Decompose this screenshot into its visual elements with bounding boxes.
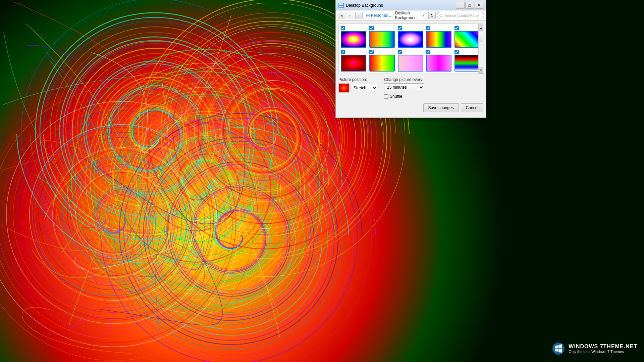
control-panel-icon (366, 13, 370, 18)
scrollbar[interactable]: ▲ ▼ (478, 24, 483, 74)
list-item[interactable] (454, 50, 481, 72)
list-item[interactable] (426, 26, 452, 48)
list-item[interactable] (426, 50, 452, 72)
interval-select[interactable]: 10 seconds 30 seconds 1 minute 2 minutes… (384, 83, 424, 91)
scroll-up-button[interactable]: ▲ (479, 25, 483, 31)
scroll-thumb[interactable] (479, 32, 483, 42)
svg-rect-10 (368, 16, 370, 17)
shuffle-label: Shuffle (390, 94, 402, 99)
position-preview-thumb (338, 83, 349, 93)
search-box[interactable]: Search Control Panel (437, 12, 484, 19)
image-thumb-5[interactable] (454, 31, 480, 48)
image-grid: ▲ ▼ (338, 24, 483, 74)
image-checkbox-10[interactable] (454, 50, 459, 54)
close-button[interactable]: ✕ (475, 2, 483, 9)
desktop: WINDOWS 7THEME.NET Only the best Windows… (0, 0, 644, 362)
minimize-button[interactable]: – (456, 2, 465, 9)
image-checkbox-5[interactable] (454, 26, 459, 30)
image-thumb-7[interactable] (369, 55, 395, 72)
title-bar[interactable]: Desktop Background – □ ✕ (336, 0, 486, 10)
image-thumb-4[interactable] (426, 31, 451, 48)
image-checkbox-9[interactable] (426, 50, 430, 54)
address-bar: ◄ ► ↑ Personali... › Desktop Background … (336, 10, 486, 21)
maximize-button[interactable]: □ (465, 2, 474, 9)
window-title: Desktop Background (346, 3, 456, 8)
image-thumb-10[interactable] (454, 55, 480, 72)
svg-rect-8 (368, 14, 370, 15)
image-thumb-1[interactable] (341, 31, 366, 48)
image-checkbox-7[interactable] (369, 50, 374, 54)
breadcrumb-part1[interactable]: Personali... (371, 13, 391, 18)
title-bar-icon (338, 3, 344, 8)
image-checkbox-1[interactable] (341, 26, 345, 30)
window-controls: – □ ✕ (456, 2, 483, 9)
search-icon (439, 14, 443, 17)
position-selector: Fill Fit Stretch Tile Center (338, 83, 377, 93)
list-item[interactable] (398, 50, 424, 72)
list-item[interactable] (369, 26, 396, 48)
list-item[interactable] (398, 26, 424, 48)
svg-rect-9 (367, 16, 368, 17)
save-changes-button[interactable]: Save changes (423, 103, 459, 112)
back-button[interactable]: ◄ (338, 12, 345, 19)
position-select[interactable]: Fill Fit Stretch Tile Center (351, 84, 377, 92)
shuffle-checkbox[interactable] (384, 94, 388, 99)
watermark-tagline: Only the best Windows 7 Themes (569, 350, 637, 354)
breadcrumb-separator: › (392, 13, 394, 18)
cancel-button[interactable]: Cancel (461, 103, 483, 112)
content-area: ▲ ▼ Picture position: Fill (336, 21, 486, 118)
image-thumb-2[interactable] (369, 31, 395, 48)
breadcrumb-dropdown[interactable]: ▾ (423, 13, 425, 18)
image-thumb-6[interactable] (341, 55, 366, 72)
image-thumb-8[interactable] (398, 55, 423, 72)
breadcrumb-part2: Desktop Background (395, 11, 421, 20)
windows-logo-icon (552, 342, 565, 355)
image-checkbox-4[interactable] (426, 26, 430, 30)
scroll-down-button[interactable]: ▼ (479, 67, 483, 74)
refresh-button[interactable]: ↻ (428, 12, 436, 19)
list-item[interactable] (341, 50, 367, 72)
svg-rect-4 (339, 6, 341, 7)
svg-rect-3 (341, 3, 343, 5)
picture-position-label: Picture position: (338, 77, 377, 82)
image-thumb-3[interactable] (398, 31, 423, 48)
up-button[interactable]: ↑ (355, 12, 363, 19)
image-thumb-9[interactable] (426, 55, 451, 72)
picture-position-group: Picture position: Fill Fit Stretch Tile … (338, 77, 377, 93)
search-placeholder: Search Control Panel (444, 13, 480, 17)
change-picture-label: Change picture every: (384, 77, 424, 82)
svg-point-11 (440, 14, 442, 16)
watermark-site: WINDOWS 7THEME.NET (569, 344, 637, 350)
svg-rect-7 (367, 14, 368, 15)
desktop-background (0, 0, 644, 362)
svg-rect-2 (339, 3, 341, 5)
list-item[interactable] (454, 26, 481, 48)
shuffle-row: Shuffle (384, 94, 424, 99)
image-checkbox-8[interactable] (398, 50, 402, 54)
forward-button[interactable]: ► (346, 12, 354, 19)
image-checkbox-3[interactable] (398, 26, 402, 30)
address-path[interactable]: Personali... › Desktop Background ▾ (364, 12, 427, 19)
svg-line-12 (442, 16, 443, 17)
dialog-window: Desktop Background – □ ✕ ◄ ► ↑ Personali (335, 0, 486, 118)
watermark: WINDOWS 7THEME.NET Only the best Windows… (552, 342, 637, 355)
image-checkbox-2[interactable] (369, 26, 374, 30)
watermark-text: WINDOWS 7THEME.NET Only the best Windows… (569, 344, 637, 354)
list-item[interactable] (341, 26, 367, 48)
image-checkbox-6[interactable] (341, 50, 345, 54)
buttons-row: Save changes Cancel (338, 103, 483, 115)
change-picture-group: Change picture every: 10 seconds 30 seco… (384, 77, 424, 99)
svg-rect-5 (341, 6, 343, 7)
controls-row: Picture position: Fill Fit Stretch Tile … (338, 77, 483, 99)
list-item[interactable] (369, 50, 396, 72)
